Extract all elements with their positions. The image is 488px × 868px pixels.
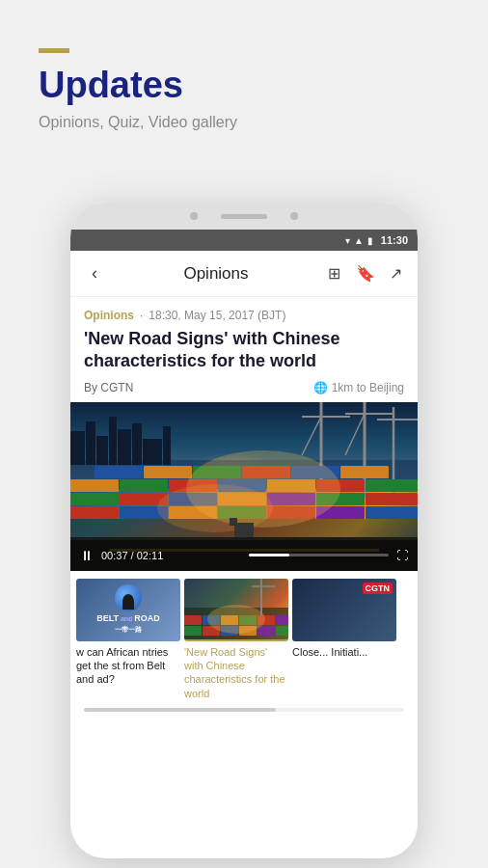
progress-fill	[249, 554, 289, 556]
port-mini-svg	[184, 579, 288, 641]
article-separator: ·	[140, 309, 143, 322]
thumbnail-title-1: w can African ntries get the st from Bel…	[76, 645, 180, 687]
svg-line-11	[302, 417, 321, 455]
thumbnail-item-2[interactable]: 'New Road Signs' with Chinese characteri…	[184, 579, 288, 700]
page-subtitle: Opinions, Quiz, Video gallery	[39, 114, 449, 131]
svg-rect-63	[276, 626, 288, 636]
globe-icon: 🌐	[313, 381, 328, 394]
thumbnail-img-1: BELT and ROAD一带一路	[76, 579, 180, 641]
svg-rect-23	[366, 506, 418, 519]
phone-speaker	[221, 214, 267, 219]
phone-camera	[190, 212, 198, 220]
svg-rect-6	[132, 423, 142, 465]
thumbnail-strip: BELT and ROAD一带一路 w can African ntries g…	[70, 571, 418, 704]
bookmark-icon[interactable]: 🔖	[354, 264, 377, 283]
svg-rect-52	[184, 615, 202, 625]
video-progress-bar[interactable]	[249, 554, 389, 556]
video-player[interactable]: ⏸ 00:37 / 02:11 ⛶	[70, 402, 418, 571]
back-button[interactable]: ‹	[80, 263, 109, 284]
thumbnail-title-2: 'New Road Signs' with Chinese characteri…	[184, 645, 288, 700]
svg-line-14	[345, 414, 365, 455]
svg-rect-39	[144, 466, 192, 478]
article-date: 18:30, May 15, 2017 (BJT)	[149, 309, 285, 322]
status-bar: ▾ ▲ ▮ 11:30	[70, 230, 418, 251]
person-silhouette	[122, 594, 134, 610]
belt-road-label: BELT and ROAD一带一路	[96, 613, 160, 636]
cgtn-thumbnail: CGTN	[292, 579, 396, 641]
accent-bar	[39, 48, 69, 53]
thumbnail-img-3: CGTN	[292, 579, 396, 641]
phone-camera-right	[290, 212, 298, 220]
grid-icon[interactable]: ⊞	[323, 264, 346, 283]
svg-point-64	[207, 605, 265, 634]
svg-rect-32	[120, 479, 168, 492]
signal-icon: ▲	[354, 235, 364, 246]
fullscreen-button[interactable]: ⛶	[396, 549, 408, 562]
svg-rect-3	[96, 436, 108, 465]
thumbnail-item-3[interactable]: CGTN Close... Initiati...	[292, 579, 396, 700]
battery-icon: ▮	[367, 235, 373, 246]
video-time-display: 00:37 / 02:11	[101, 550, 241, 561]
article-content: Opinions · 18:30, May 15, 2017 (BJT) 'Ne…	[70, 297, 418, 402]
svg-point-46	[157, 484, 273, 532]
article-location: 🌐 1km to Beijing	[313, 381, 404, 394]
belt-road-globe	[115, 584, 142, 611]
article-title: 'New Road Signs' with Chinese characteri…	[84, 328, 404, 373]
svg-rect-37	[366, 479, 418, 492]
svg-rect-43	[340, 466, 389, 478]
phone-frame: ▾ ▲ ▮ 11:30 ‹ Opinions ⊞ 🔖 ↗ Opinions · …	[70, 203, 418, 858]
article-author: By CGTN	[84, 381, 133, 394]
svg-rect-30	[366, 493, 418, 505]
scroll-fill	[84, 708, 276, 712]
svg-rect-17	[70, 506, 119, 519]
thumbnail-item-1[interactable]: BELT and ROAD一带一路 w can African ntries g…	[76, 579, 180, 700]
header-icons: ⊞ 🔖 ↗	[323, 264, 408, 283]
header-title: Opinions	[183, 264, 248, 284]
svg-rect-1	[70, 431, 85, 465]
svg-rect-31	[70, 479, 119, 492]
scroll-indicator	[84, 708, 404, 712]
svg-rect-57	[276, 615, 288, 625]
share-icon[interactable]: ↗	[385, 264, 408, 283]
cgtn-logo: CGTN	[363, 583, 393, 594]
pause-button[interactable]: ⏸	[80, 548, 94, 563]
svg-rect-7	[143, 439, 162, 465]
port-thumbnail	[184, 579, 288, 639]
video-controls[interactable]: ⏸ 00:37 / 02:11 ⛶	[70, 540, 418, 571]
article-category-line: Opinions · 18:30, May 15, 2017 (BJT)	[84, 309, 404, 322]
svg-rect-58	[184, 626, 202, 636]
svg-rect-4	[109, 417, 117, 465]
article-category: Opinions	[84, 309, 134, 322]
article-meta: By CGTN 🌐 1km to Beijing	[84, 381, 404, 394]
thumbnail-title-3: Close... Initiati...	[292, 645, 396, 659]
svg-rect-8	[163, 426, 171, 465]
svg-rect-2	[86, 421, 95, 465]
status-time: 11:30	[381, 234, 408, 246]
phone-top-decor	[70, 203, 418, 230]
app-header: ‹ Opinions ⊞ 🔖 ↗	[70, 251, 418, 297]
svg-rect-38	[95, 466, 143, 478]
page-title: Updates	[39, 65, 449, 106]
wifi-icon: ▾	[345, 235, 350, 246]
thumbnail-img-2	[184, 579, 288, 641]
belt-road-thumbnail: BELT and ROAD一带一路	[76, 579, 180, 641]
svg-rect-50	[230, 518, 237, 526]
svg-rect-5	[118, 429, 131, 465]
svg-rect-24	[70, 493, 119, 505]
